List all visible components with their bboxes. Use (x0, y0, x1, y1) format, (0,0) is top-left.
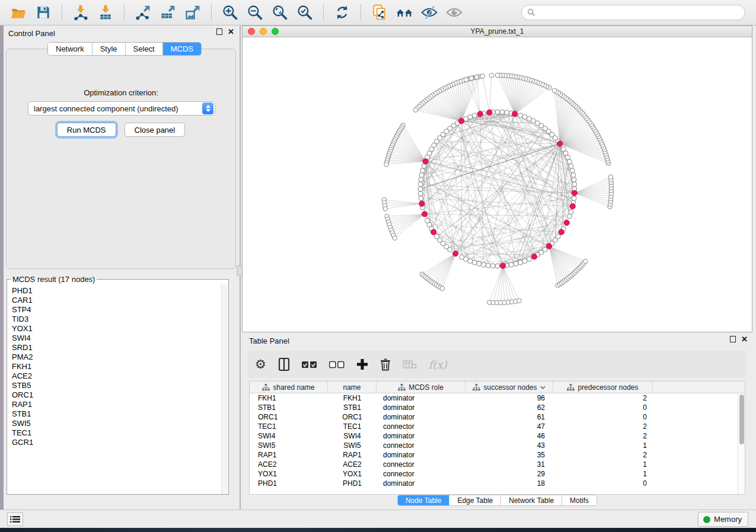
table-row[interactable]: YOX1YOX1connector291 (250, 469, 738, 479)
leaf-node[interactable] (464, 78, 468, 82)
table-cell[interactable]: RAP1 (328, 451, 377, 459)
table-row[interactable]: SWI4SWI4dominator462 (250, 431, 738, 441)
table-cell[interactable]: ORC1 (250, 413, 328, 421)
mcds-result-item[interactable]: ACE2 (12, 371, 221, 381)
mcds-hub-node[interactable] (559, 229, 564, 235)
mcds-hub-node[interactable] (419, 201, 425, 206)
mcds-hub-node[interactable] (500, 263, 506, 268)
column-header-predecessor-nodes[interactable]: predecessor nodes (553, 382, 653, 393)
mcds-result-item[interactable]: TID3 (12, 315, 221, 324)
optimization-criterion-dropdown[interactable]: largest connected component (undirected) (28, 101, 215, 116)
delete-table-icon[interactable] (403, 357, 417, 372)
leaf-node[interactable] (413, 108, 418, 113)
network-node[interactable] (419, 177, 423, 182)
import-table-icon[interactable] (97, 4, 114, 21)
delete-icon[interactable] (380, 357, 391, 372)
table-row[interactable]: RAP1RAP1dominator352 (250, 450, 738, 460)
search-input[interactable] (539, 7, 745, 18)
table-cell[interactable]: 1 (553, 470, 653, 478)
leaf-node[interactable] (480, 74, 485, 79)
tab-edge-table[interactable]: Edge Table (449, 495, 501, 505)
mcds-result-item[interactable]: FKH1 (12, 362, 221, 371)
mcds-hub-node[interactable] (572, 190, 577, 196)
gear-icon[interactable]: ⚙ (255, 357, 266, 372)
leaf-node[interactable] (517, 299, 522, 303)
mcds-result-item[interactable]: GCR1 (12, 438, 221, 447)
table-cell[interactable]: 47 (465, 422, 553, 431)
network-node[interactable] (505, 110, 509, 115)
leaf-node[interactable] (383, 207, 388, 211)
table-cell[interactable]: connector (377, 460, 465, 469)
close-panel-icon[interactable]: ✕ (741, 336, 748, 342)
network-node[interactable] (500, 110, 505, 114)
network-node[interactable] (570, 168, 575, 173)
leaf-node[interactable] (474, 75, 479, 79)
mcds-result-item[interactable]: STP4 (12, 305, 221, 315)
mcds-hub-node[interactable] (453, 251, 458, 256)
table-cell[interactable]: ORC1 (328, 413, 377, 421)
network-node[interactable] (468, 259, 473, 264)
network-node[interactable] (572, 182, 577, 187)
table-cell[interactable]: 46 (465, 432, 553, 440)
network-node[interactable] (495, 110, 500, 114)
table-cell[interactable]: 2 (553, 394, 653, 402)
column-icon[interactable] (278, 357, 290, 372)
mcds-hub-node[interactable] (422, 211, 428, 217)
mcds-result-item[interactable]: TEC1 (12, 428, 221, 438)
select-all-icon[interactable] (302, 357, 317, 372)
table-cell[interactable]: PHD1 (328, 479, 377, 488)
table-cell[interactable]: dominator (377, 451, 465, 459)
tab-mcds[interactable]: MCDS (163, 43, 201, 55)
network-node[interactable] (481, 262, 486, 267)
add-icon[interactable] (356, 357, 368, 372)
network-node[interactable] (567, 214, 572, 219)
mcds-hub-node[interactable] (458, 118, 464, 124)
network-canvas[interactable] (243, 37, 752, 332)
table-cell[interactable]: connector (377, 470, 465, 478)
zoom-selected-icon[interactable] (296, 4, 314, 21)
network-node[interactable] (569, 164, 573, 168)
network-node[interactable] (518, 260, 523, 265)
leaf-node[interactable] (608, 175, 613, 180)
network-node[interactable] (448, 247, 452, 252)
table-cell[interactable]: SWI4 (328, 432, 377, 440)
table-cell[interactable]: dominator (377, 403, 465, 412)
mcds-hub-node[interactable] (477, 111, 483, 117)
network-node[interactable] (486, 263, 490, 268)
table-cell[interactable]: 1 (553, 441, 653, 450)
table-cell[interactable]: 31 (465, 460, 553, 469)
mcds-hub-node[interactable] (431, 229, 436, 235)
column-header-name[interactable]: name (328, 382, 377, 393)
mcds-hub-node[interactable] (512, 111, 518, 117)
memory-button[interactable]: Memory (698, 512, 748, 527)
close-panel-button[interactable]: Close panel (125, 123, 186, 137)
mcds-result-item[interactable]: ORC1 (12, 390, 221, 400)
mcds-result-item[interactable]: SRD1 (12, 343, 221, 352)
network-node[interactable] (418, 182, 423, 187)
mcds-result-item[interactable]: CAR1 (12, 296, 221, 305)
table-cell[interactable]: 61 (465, 413, 553, 421)
network-node[interactable] (418, 191, 423, 196)
table-cell[interactable]: dominator (377, 413, 465, 421)
tab-select[interactable]: Select (126, 43, 163, 55)
mcds-result-item[interactable]: STB1 (12, 409, 221, 419)
table-row[interactable]: TEC1TEC1connector472 (250, 422, 738, 431)
table-cell[interactable]: TEC1 (328, 422, 377, 431)
leaf-node[interactable] (440, 286, 445, 291)
table-cell[interactable]: RAP1 (250, 451, 328, 459)
search-field[interactable] (521, 5, 745, 20)
network-node[interactable] (522, 114, 527, 119)
network-node[interactable] (556, 234, 560, 239)
network-node[interactable] (468, 114, 473, 119)
mcds-hub-node[interactable] (570, 204, 575, 209)
mcds-hub-node[interactable] (423, 159, 428, 164)
table-cell[interactable]: 18 (465, 479, 553, 488)
network-node[interactable] (464, 257, 468, 262)
network-node[interactable] (419, 196, 423, 201)
table-cell[interactable]: ACE2 (250, 460, 328, 469)
mcds-result-item[interactable]: PHD1 (12, 286, 221, 296)
table-cell[interactable]: 1 (553, 460, 653, 469)
network-view[interactable] (243, 37, 752, 332)
table-cell[interactable]: SWI5 (328, 441, 377, 450)
table-cell[interactable]: 62 (465, 403, 553, 412)
